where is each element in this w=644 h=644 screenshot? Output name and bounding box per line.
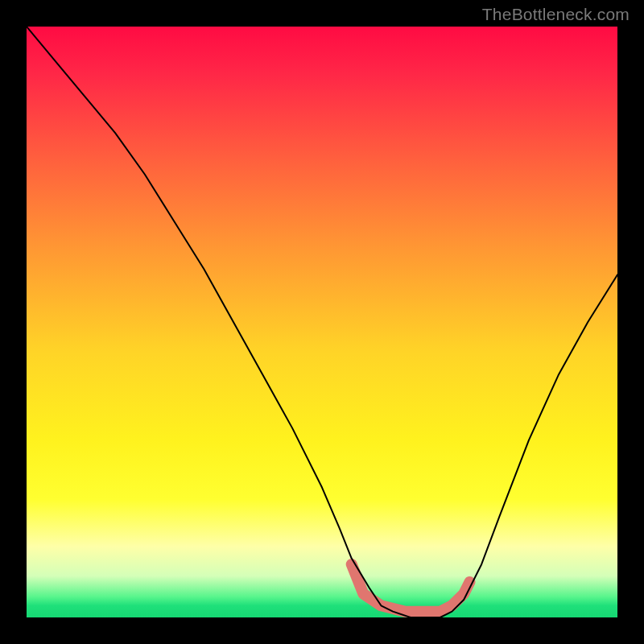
watermark-text: TheBottleneck.com [482,5,630,24]
chart-gradient-bg [27,27,617,617]
chart-stage: TheBottleneck.com [0,0,644,644]
